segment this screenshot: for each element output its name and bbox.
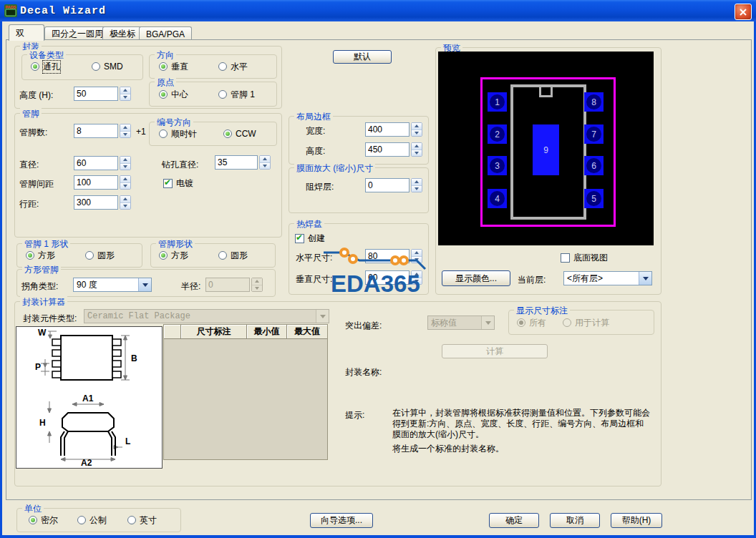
row-spacing-input[interactable] [74, 195, 118, 210]
defaults-button[interactable]: 默认 [333, 50, 392, 64]
cancel-button[interactable]: 取消 [550, 513, 600, 528]
family-label: 封装元件类型: [23, 313, 77, 325]
radio-icon [218, 62, 227, 71]
radio-show-calc-dims: 用于计算 [563, 318, 609, 328]
tab-dual[interactable]: 双 [9, 24, 44, 41]
thermal-horizontal-spinner[interactable] [411, 249, 422, 263]
radio-icon [218, 251, 227, 260]
radio-vertical[interactable]: 垂直 [159, 62, 188, 72]
corner-type-label: 拐角类型: [21, 280, 58, 293]
pin-count-input[interactable] [74, 124, 118, 138]
hint-text-2: 将生成一个标准的封装名称。 [392, 444, 651, 454]
dim-label-b: B [131, 353, 137, 363]
solder-mask-spinner[interactable] [411, 178, 422, 192]
height-input[interactable] [74, 87, 118, 101]
radio-show-all-dims: 所有 [517, 318, 546, 328]
radio-icon [159, 62, 168, 71]
radius-spinner [251, 278, 263, 292]
wizard-options-button[interactable]: 向导选项... [310, 513, 373, 528]
decal-wizard-dialog: PADS Decal Wizard 双 四分之一圆周 极坐标 BGA/PGA 封… [0, 0, 756, 538]
radio-pin1-origin[interactable]: 管脚 1 [218, 89, 255, 99]
radio-icon [159, 251, 168, 260]
current-layer-combo[interactable]: <所有层> [563, 271, 652, 285]
tab-quarter-circle[interactable]: 四分之一圆周 [44, 26, 110, 41]
thermal-vertical-input[interactable] [365, 270, 410, 285]
radio-clockwise[interactable]: 顺时针 [159, 129, 197, 139]
dimensions-table[interactable]: 尺寸标注 最小值 最大值 [163, 324, 328, 460]
border-width-input[interactable] [365, 122, 410, 137]
height-spinner[interactable] [120, 87, 131, 101]
pitch-input[interactable] [74, 175, 118, 190]
preview-canvas[interactable]: 1 2 3 4 8 7 6 5 9 [438, 52, 654, 245]
thermal-horizontal-input[interactable] [365, 249, 410, 263]
thermal-create-checkbox[interactable]: 创建 [295, 233, 325, 243]
border-height-input[interactable] [365, 142, 410, 157]
pin-count-spinner[interactable] [120, 124, 131, 138]
table-header: 尺寸标注 最小值 最大值 [164, 325, 327, 339]
chevron-down-icon [639, 272, 651, 285]
diameter-input[interactable] [74, 156, 118, 170]
preview-pad: 3 [488, 156, 507, 175]
radio-mils[interactable]: 密尔 [29, 515, 58, 525]
radio-icon [77, 516, 86, 524]
preview-pad: 8 [584, 92, 604, 112]
chevron-down-icon [316, 310, 329, 323]
row-spacing-spinner[interactable] [120, 195, 131, 210]
pin-count-suffix: +1 [136, 127, 146, 137]
radio-smd[interactable]: SMD [92, 62, 123, 72]
radio-horizontal[interactable]: 水平 [218, 62, 248, 72]
dim-label-p: P [35, 362, 41, 372]
preview-pad: 6 [584, 156, 604, 175]
preview-pad: 7 [584, 124, 604, 144]
pads-app-icon: PADS [4, 4, 17, 17]
plated-checkbox[interactable]: 电镀 [163, 178, 193, 188]
radio-pin1-round[interactable]: 圆形 [85, 250, 115, 260]
radio-pin-round[interactable]: 圆形 [218, 250, 248, 260]
chevron-down-icon [481, 316, 494, 329]
border-width-label: 宽度: [306, 125, 325, 137]
radio-icon [159, 90, 168, 99]
radio-ccw[interactable]: CCW [223, 129, 256, 139]
solder-mask-input[interactable] [365, 178, 410, 192]
help-button[interactable]: 帮助(H) [611, 513, 662, 528]
border-height-spinner[interactable] [411, 142, 422, 157]
title-bar[interactable]: PADS Decal Wizard [0, 0, 756, 21]
display-colors-button[interactable]: 显示颜色... [442, 270, 510, 286]
border-height-label: 高度: [306, 145, 325, 157]
diameter-spinner[interactable] [120, 156, 131, 170]
radio-icon [218, 90, 227, 99]
dim-label-w: W [38, 328, 47, 338]
calculate-button: 计算 [442, 344, 548, 358]
radio-pin1-square[interactable]: 方形 [26, 250, 55, 260]
radius-input [205, 278, 250, 292]
window-title: Decal Wizard [20, 5, 106, 17]
radio-inches[interactable]: 英寸 [127, 515, 157, 525]
package-diagram: W P B A1 H L A2 [16, 326, 163, 469]
dim-label-l: L [125, 436, 130, 446]
border-width-spinner[interactable] [411, 122, 422, 137]
corner-type-combo[interactable]: 90 度 [73, 278, 152, 292]
row-spacing-label: 行距: [19, 198, 39, 210]
preview-pad: 5 [584, 189, 604, 208]
tab-bga-pga[interactable]: BGA/PGA [139, 26, 192, 41]
radio-center[interactable]: 中心 [159, 89, 188, 99]
drill-label: 钻孔直径: [162, 159, 198, 171]
thermal-vertical-label: 垂直尺寸: [296, 273, 332, 285]
radio-metric[interactable]: 公制 [77, 515, 107, 525]
preview-center-pad: 9 [533, 124, 559, 175]
protrusion-label: 突出偏差: [345, 320, 382, 332]
window-border-bottom [0, 535, 756, 538]
drill-spinner[interactable] [259, 155, 271, 170]
tab-polar[interactable]: 极坐标 [102, 26, 142, 41]
svg-text:PADS: PADS [6, 5, 16, 9]
thermal-vertical-spinner[interactable] [411, 270, 422, 285]
drill-input[interactable] [215, 155, 258, 170]
close-button[interactable] [735, 4, 752, 20]
radio-through-hole[interactable]: 通孔 [31, 62, 60, 72]
family-combo: Ceramic Flat Package [84, 309, 329, 323]
ok-button[interactable]: 确定 [489, 513, 539, 528]
radio-pin-square[interactable]: 方形 [159, 250, 188, 260]
pitch-spinner[interactable] [120, 175, 131, 190]
window-border-left [0, 21, 2, 538]
bottom-view-checkbox[interactable]: 底面视图 [561, 253, 608, 263]
